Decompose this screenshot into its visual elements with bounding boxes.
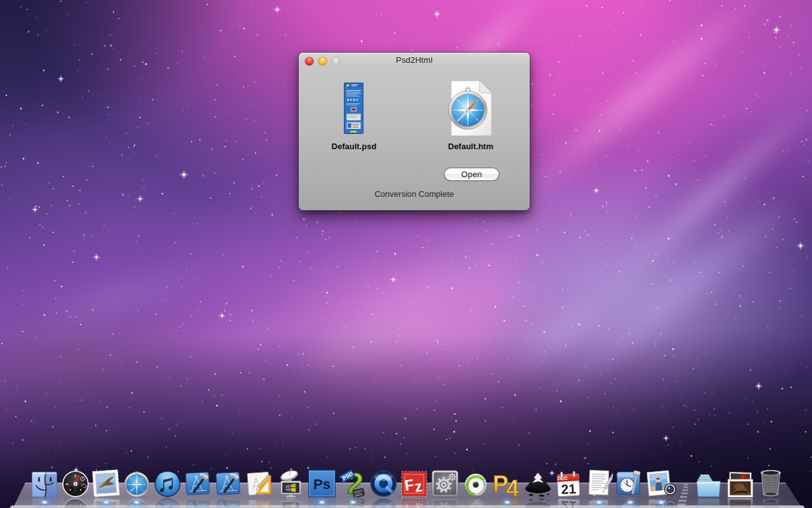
svg-text:21: 21: [561, 481, 577, 497]
svg-text:Ps: Ps: [313, 476, 331, 492]
svg-text:4: 4: [506, 476, 520, 497]
